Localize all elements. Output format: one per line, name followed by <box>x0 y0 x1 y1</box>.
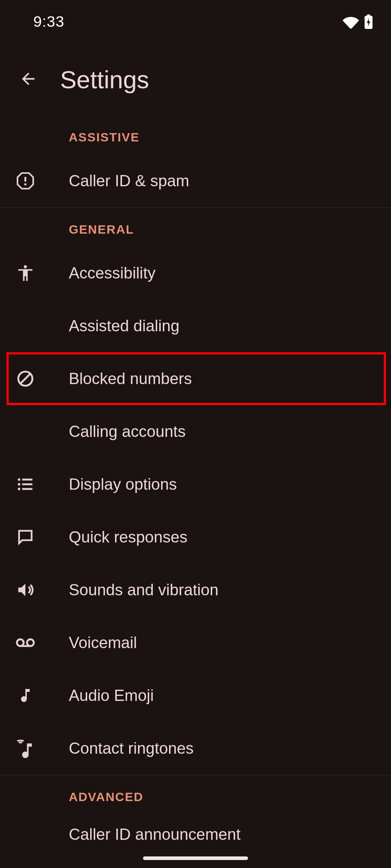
status-time: 9:33 <box>33 13 64 30</box>
svg-rect-1 <box>367 14 370 16</box>
status-bar: 9:33 <box>0 0 391 43</box>
row-sounds-vibration[interactable]: Sounds and vibration <box>0 563 391 616</box>
svg-point-13 <box>17 639 24 646</box>
ringtone-icon <box>14 737 36 759</box>
svg-line-6 <box>20 374 30 384</box>
row-display-options[interactable]: Display options <box>0 458 391 511</box>
alert-octagon-icon <box>14 170 36 192</box>
voicemail-icon <box>14 632 36 654</box>
row-label: Display options <box>69 475 177 493</box>
wifi-icon <box>342 15 359 29</box>
settings-list: ASSISTIVE Caller ID & spam GENERAL Acces… <box>0 116 391 850</box>
row-assisted-dialing[interactable]: Assisted dialing <box>0 299 391 352</box>
row-calling-accounts[interactable]: Calling accounts <box>0 405 391 458</box>
row-voicemail[interactable]: Voicemail <box>0 616 391 669</box>
row-label: Audio Emoji <box>69 686 154 705</box>
accessibility-icon <box>14 262 36 284</box>
svg-point-3 <box>24 183 26 186</box>
row-label: Quick responses <box>69 528 188 546</box>
svg-rect-10 <box>22 478 32 480</box>
row-quick-responses[interactable]: Quick responses <box>0 511 391 563</box>
svg-point-4 <box>24 265 27 268</box>
row-caller-id-spam[interactable]: Caller ID & spam <box>0 154 391 207</box>
row-accessibility[interactable]: Accessibility <box>0 247 391 299</box>
row-contact-ringtones[interactable]: Contact ringtones <box>0 722 391 775</box>
row-caller-id-announcement[interactable]: Caller ID announcement <box>0 814 391 850</box>
svg-rect-11 <box>22 483 32 485</box>
section-header-advanced: ADVANCED <box>0 775 391 814</box>
block-icon <box>14 368 36 390</box>
volume-icon <box>14 579 36 601</box>
row-label: Contact ringtones <box>69 739 194 757</box>
app-bar: Settings <box>0 43 391 116</box>
status-icons <box>342 14 373 29</box>
highlight-box <box>7 352 386 405</box>
page-title: Settings <box>60 65 149 94</box>
back-button[interactable] <box>11 62 46 97</box>
svg-point-8 <box>18 483 20 486</box>
row-label: Caller ID & spam <box>69 172 189 190</box>
row-blocked-numbers[interactable]: Blocked numbers <box>0 352 391 405</box>
svg-point-9 <box>18 488 20 490</box>
arrow-back-icon <box>19 69 38 90</box>
svg-point-14 <box>27 639 34 646</box>
section-header-general: GENERAL <box>0 208 391 247</box>
list-icon <box>14 473 36 495</box>
row-label: Accessibility <box>69 264 156 282</box>
row-audio-emoji[interactable]: Audio Emoji <box>0 669 391 722</box>
music-note-icon <box>14 685 36 706</box>
navigation-handle[interactable] <box>143 856 248 860</box>
row-label: Sounds and vibration <box>69 581 218 599</box>
row-label: Blocked numbers <box>69 370 192 388</box>
section-header-assistive: ASSISTIVE <box>0 127 391 154</box>
svg-rect-12 <box>22 488 32 490</box>
battery-charging-icon <box>364 14 373 29</box>
svg-point-7 <box>18 478 20 481</box>
chat-icon <box>14 526 36 548</box>
row-label: Calling accounts <box>69 422 186 441</box>
row-label: Assisted dialing <box>69 317 180 335</box>
row-label: Voicemail <box>69 634 137 652</box>
row-label: Caller ID announcement <box>69 826 240 842</box>
